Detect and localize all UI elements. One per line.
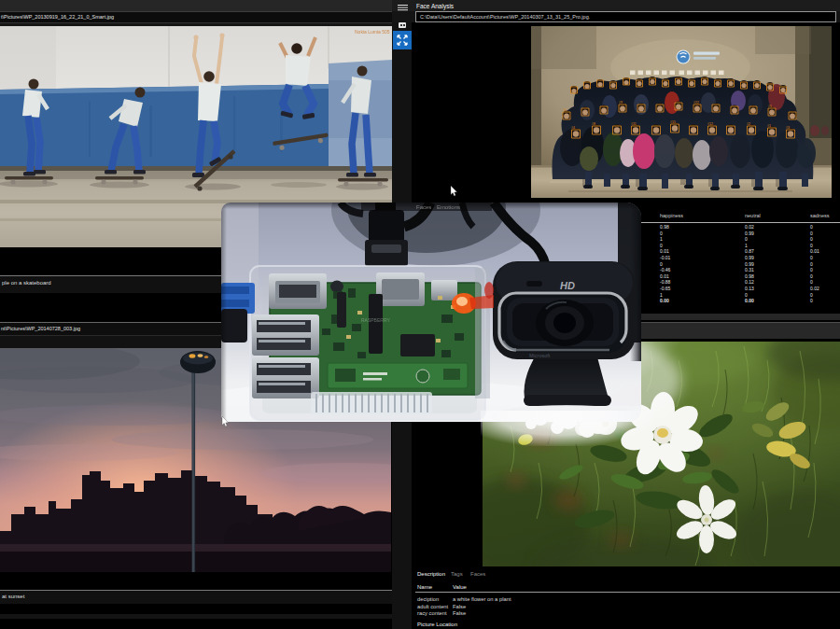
svg-text:#5: #5 xyxy=(768,105,772,108)
svg-text:#1: #1 xyxy=(767,124,771,128)
svg-text:RASPBERRY: RASPBERRY xyxy=(361,317,390,323)
svg-text:HD: HD xyxy=(560,280,575,291)
svg-text:Nokia Lumia 505: Nokia Lumia 505 xyxy=(355,29,390,35)
svg-text:Microsoft: Microsoft xyxy=(529,353,551,358)
svg-text:#9: #9 xyxy=(619,101,623,105)
svg-text:#6: #6 xyxy=(563,108,567,112)
svg-text:Faces: Faces xyxy=(416,204,431,210)
svg-text:#8: #8 xyxy=(592,122,595,126)
svg-text:#2: #2 xyxy=(747,122,750,126)
svg-text:#11: #11 xyxy=(631,122,637,126)
svg-text:#15: #15 xyxy=(670,120,676,124)
svg-text:#12: #12 xyxy=(707,122,713,126)
svg-text:Emotions: Emotions xyxy=(437,204,460,210)
svg-text:#3: #3 xyxy=(786,126,790,130)
svg-text:#4: #4 xyxy=(571,126,575,130)
svg-text:#22: #22 xyxy=(693,101,699,105)
